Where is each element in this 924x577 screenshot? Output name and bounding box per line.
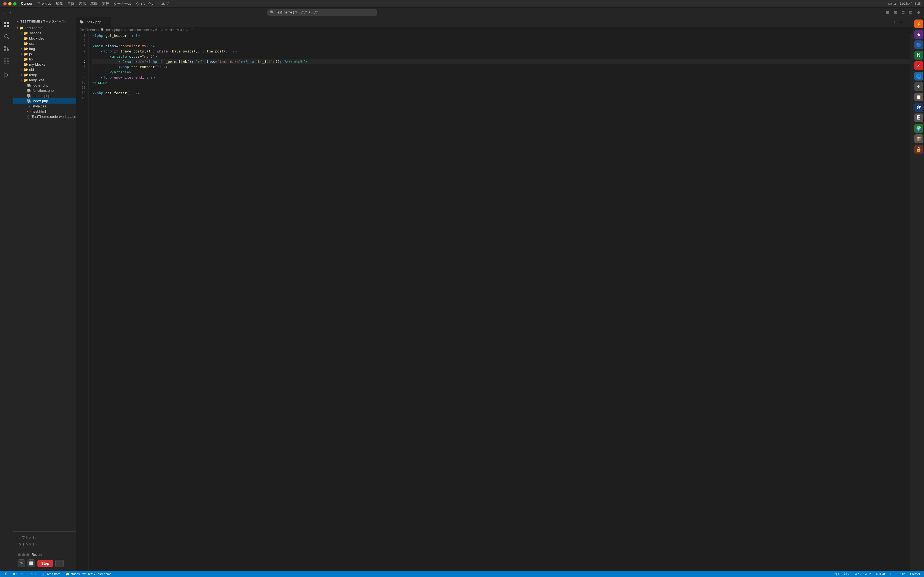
stop-button[interactable]: Stop	[37, 560, 53, 567]
right-icon-12[interactable]: 📦	[914, 134, 923, 143]
layout-split-button[interactable]: ⊟	[892, 9, 898, 15]
status-path[interactable]: 📁 htdocs / wp-Test / TestTheme	[65, 572, 113, 576]
sidebar-outline[interactable]: › アウトライン	[13, 534, 76, 541]
tab-indexphp[interactable]: 🐘 index.php ×	[76, 17, 111, 27]
status-language[interactable]: PHP	[897, 572, 906, 575]
activity-git[interactable]	[2, 44, 11, 53]
menu-window[interactable]: ウィンドウ	[136, 2, 154, 6]
activity-explorer[interactable]	[2, 19, 11, 29]
menu-view[interactable]: 表示	[79, 2, 86, 6]
status-formatter[interactable]: Prettier	[909, 572, 921, 575]
tree-item-blockdev[interactable]: › 📂 block-dev	[13, 36, 76, 41]
tab-bar: 🐘 index.php × ▷ ⊞ ···	[76, 17, 913, 27]
settings-button[interactable]: ⚙	[916, 9, 922, 15]
tree-item-img[interactable]: › 📂 img	[13, 46, 76, 52]
git-branch-icon: ⚡	[4, 572, 8, 576]
back-button[interactable]: ‹	[2, 9, 6, 15]
breadcrumb-testtheme[interactable]: TestTheme	[80, 28, 97, 32]
status-liveshare[interactable]: 👥 Live Share	[39, 572, 61, 576]
status-git[interactable]: ⚡	[3, 572, 9, 576]
breadcrumb-article[interactable]: ⬡ article.my-3	[161, 28, 182, 32]
right-icon-13[interactable]: 🔒	[914, 145, 923, 153]
run-code-button[interactable]: ▷	[892, 19, 897, 25]
status-spaces[interactable]: スペース: 2	[853, 572, 872, 576]
forward-button[interactable]: ›	[8, 9, 13, 15]
datetime: 11/16(木) 8:25	[900, 2, 921, 6]
stop-record-button[interactable]: ⬜	[27, 559, 35, 567]
tree-item-js[interactable]: › 📂 js	[13, 52, 76, 56]
breadcrumb-indexphp[interactable]: 🐘 index.php	[100, 28, 120, 32]
split-editor-button[interactable]: ⊞	[898, 19, 904, 25]
edit-record-button[interactable]: ✎	[18, 559, 25, 567]
tree-item-testhtml[interactable]: › <> test.html	[13, 109, 76, 114]
pause-button[interactable]: ⏸	[55, 560, 64, 567]
status-info[interactable]: ℹ 0	[30, 572, 37, 576]
search-bar[interactable]: 🔍 TestTheme (ワークスペース)	[267, 9, 377, 16]
right-icon-11[interactable]: 🌍	[914, 124, 923, 133]
tree-item-indexphp[interactable]: › 🐘 index.php	[13, 98, 76, 103]
menu-go[interactable]: 移動	[90, 2, 98, 6]
folder-icon: 📂	[24, 62, 28, 66]
layout-panel-button[interactable]: ⊠	[900, 9, 906, 15]
right-icon-4[interactable]: N	[914, 51, 923, 60]
tab-close-button[interactable]: ×	[103, 20, 108, 24]
right-icon-8[interactable]: 📋	[914, 93, 923, 102]
tree-item-stylecss[interactable]: › # style.css	[13, 103, 76, 109]
activity-extensions[interactable]	[2, 56, 11, 66]
tree-item-tempcss[interactable]: › 📂 temp_css	[13, 77, 76, 83]
menu-help[interactable]: ヘルプ	[158, 2, 169, 6]
activity-debug[interactable]	[2, 70, 11, 80]
menu-select[interactable]: 選択	[67, 2, 74, 6]
tree-item-functionsphp[interactable]: › 🐘 functions.php	[13, 88, 76, 93]
layout-sidebar-button[interactable]: ⊞	[885, 9, 891, 15]
tree-item-vscode[interactable]: › 📂 .vscode	[13, 31, 76, 36]
customize-layout-button[interactable]: ⊡	[908, 9, 914, 15]
tree-item-lib[interactable]: › 📂 lib	[13, 56, 76, 62]
code-content[interactable]: <?php get_header(); ?> <main class="cont…	[89, 33, 910, 571]
sidebar: ▼ TESTTHEME (ワークスペース) ▼ 📁 TestTheme › 📂 …	[13, 17, 76, 571]
status-encoding[interactable]: UTF-8	[875, 572, 886, 575]
right-icon-5[interactable]: Z	[914, 61, 923, 70]
status-position[interactable]: 行 6、列 7	[833, 572, 850, 576]
tree-item-css[interactable]: › 📂 css	[13, 41, 76, 46]
breadcrumb-main[interactable]: ⬡ main.container.my-5	[123, 28, 157, 32]
line-ending-text: LF	[890, 572, 893, 575]
menu-run[interactable]: 実行	[102, 2, 109, 6]
line-numbers: 1 2 3 4 5 6 7 8 9 10 11 12 13	[76, 33, 89, 571]
minimize-button[interactable]	[8, 2, 11, 5]
tree-item-footerphp[interactable]: › 🐘 footer.php	[13, 83, 76, 88]
status-line-ending[interactable]: LF	[889, 572, 895, 575]
tree-item-workspace[interactable]: › {} TestTheme.code-workspace	[13, 114, 76, 119]
right-icon-2[interactable]: ◆	[914, 30, 923, 39]
right-icon-6[interactable]: 🌐	[914, 72, 923, 81]
pause-icon: ⏸	[58, 561, 61, 566]
menu-terminal[interactable]: ターミナル	[113, 2, 131, 6]
right-icon-3[interactable]: 🔵	[914, 40, 923, 49]
menu-edit[interactable]: 編集	[56, 2, 63, 6]
line-number-12: 12	[76, 90, 88, 96]
chevron-right-icon: ›	[16, 536, 17, 539]
close-button[interactable]	[3, 2, 6, 5]
workspace-label: TESTTHEME (ワークスペース)	[20, 19, 65, 24]
right-icon-10[interactable]: 🗄	[914, 113, 923, 122]
tree-item-headerphp[interactable]: › 🐘 header.php	[13, 93, 76, 98]
breadcrumb-h2[interactable]: ⬡ h2	[186, 28, 193, 32]
breadcrumb-label: TestTheme	[80, 28, 97, 32]
tree-label: TestTheme.code-workspace	[31, 114, 76, 119]
tree-item-old[interactable]: › 📂 old	[13, 67, 76, 72]
menu-file[interactable]: ファイル	[37, 2, 52, 6]
line-number-3: 3	[76, 44, 88, 48]
sidebar-timeline[interactable]: › タイムライン	[13, 541, 76, 548]
maximize-button[interactable]	[13, 2, 16, 5]
more-actions-button[interactable]: ···	[905, 19, 911, 25]
right-icon-7[interactable]: ✈	[914, 82, 923, 91]
breadcrumb-label: index.php	[105, 28, 120, 32]
status-errors[interactable]: ⊗ 0 ⚠ 0	[11, 572, 27, 576]
activity-search[interactable]	[2, 32, 11, 42]
tree-item-testtheme[interactable]: ▼ 📁 TestTheme	[13, 25, 76, 31]
right-icon-1[interactable]: ⚡	[914, 19, 923, 28]
right-icon-9[interactable]: 🗺	[914, 103, 923, 112]
tree-item-temp[interactable]: › 📂 temp	[13, 72, 76, 77]
code-editor[interactable]: 1 2 3 4 5 6 7 8 9 10 11 12 13 <?php get_…	[76, 33, 913, 571]
tree-item-myblocks[interactable]: › 📂 my-blocks	[13, 62, 76, 67]
